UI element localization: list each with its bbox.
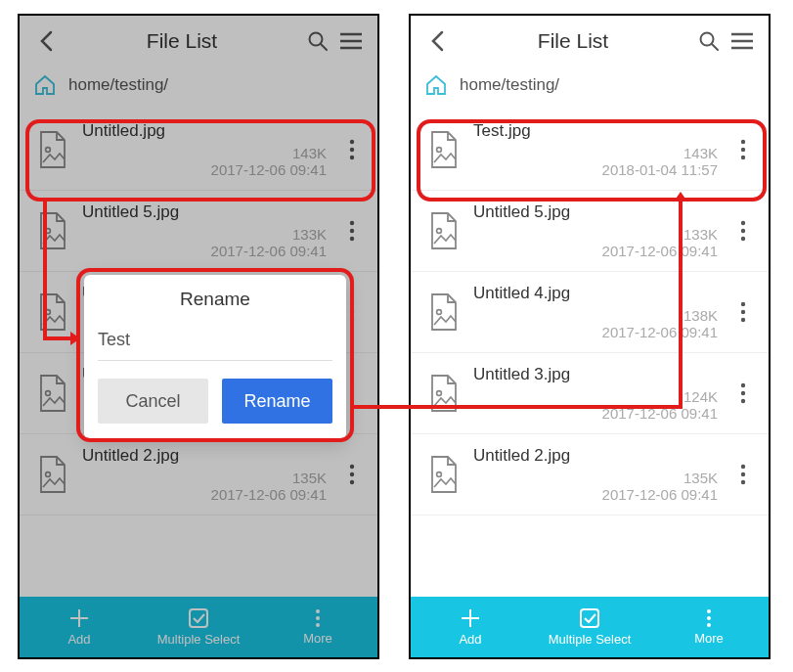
rename-input[interactable]: [98, 326, 332, 361]
file-meta: Untitled 5.jpg133K2017-12-06 09:41: [473, 202, 718, 259]
svg-point-52: [437, 472, 442, 477]
image-file-icon: [37, 130, 68, 169]
image-file-icon: [428, 455, 460, 494]
breadcrumb-path: home/testing/: [68, 75, 168, 95]
svg-point-14: [350, 302, 354, 306]
svg-point-45: [741, 302, 745, 306]
phone-left: File List home/testing/ Untitled.jpg143K…: [18, 14, 379, 659]
svg-point-38: [741, 148, 745, 152]
file-subinfo: 135K2017-12-06 09:41: [602, 470, 718, 503]
search-icon[interactable]: [696, 28, 722, 54]
file-meta: Untitled 2.jpg135K2017-12-06 09:41: [82, 446, 327, 503]
row-more-icon[interactable]: [340, 139, 364, 160]
row-more-icon[interactable]: [340, 464, 364, 485]
image-file-icon: [428, 292, 460, 332]
file-row[interactable]: Test.jpg143K2018-01-04 11:57: [411, 110, 769, 191]
svg-rect-27: [190, 609, 207, 627]
breadcrumb[interactable]: home/testing/: [411, 67, 769, 110]
image-file-icon: [428, 374, 460, 413]
file-meta: Untitled.jpg143K2017-12-06 09:41: [82, 121, 327, 178]
file-name: Untitled 5.jpg: [473, 202, 718, 222]
svg-point-51: [741, 399, 745, 403]
rename-button[interactable]: Rename: [222, 379, 332, 424]
svg-point-24: [350, 480, 354, 484]
svg-point-16: [350, 318, 354, 322]
file-subinfo: 124K2017-12-06 09:41: [602, 388, 718, 422]
svg-point-42: [741, 229, 745, 233]
svg-point-60: [707, 616, 711, 620]
bottom-bar: Add Multiple Select More: [20, 597, 377, 657]
row-more-icon[interactable]: [731, 220, 755, 242]
file-name: Untitled.jpg: [82, 121, 327, 141]
bottom-multiselect[interactable]: Multiple Select: [139, 597, 258, 657]
svg-point-20: [350, 399, 354, 403]
svg-point-54: [741, 472, 745, 476]
svg-point-19: [350, 391, 354, 395]
file-meta: Untitled 3.jpg124K2017-12-06 09:41: [473, 365, 718, 422]
bottom-add[interactable]: Add: [20, 597, 139, 657]
bottom-add-label: Add: [459, 632, 481, 647]
bottom-more[interactable]: More: [258, 597, 377, 657]
home-icon: [33, 74, 57, 96]
svg-point-15: [350, 310, 354, 314]
file-row[interactable]: Untitled 2.jpg135K2017-12-06 09:41: [20, 434, 377, 515]
back-icon[interactable]: [33, 28, 59, 54]
file-meta: Untitled 2.jpg135K2017-12-06 09:41: [473, 446, 718, 503]
bottom-add[interactable]: Add: [411, 597, 530, 657]
cancel-button[interactable]: Cancel: [98, 379, 208, 424]
file-name: Untitled 3.jpg: [473, 365, 718, 384]
rename-dialog: Rename Cancel Rename: [84, 275, 346, 439]
svg-point-30: [316, 623, 320, 627]
file-row[interactable]: Untitled 2.jpg135K2017-12-06 09:41: [411, 434, 769, 515]
image-file-icon: [37, 292, 68, 332]
svg-point-13: [46, 310, 51, 315]
menu-icon[interactable]: [729, 28, 755, 54]
dialog-buttons: Cancel Rename: [98, 379, 332, 424]
home-icon: [424, 74, 448, 96]
file-subinfo: 133K2017-12-06 09:41: [211, 226, 327, 259]
bottom-multi-label: Multiple Select: [549, 632, 632, 647]
page-title: File List: [66, 29, 297, 53]
bottom-more-label: More: [694, 631, 724, 646]
svg-line-1: [321, 44, 327, 50]
svg-point-36: [437, 148, 442, 153]
file-row[interactable]: Untitled 4.jpg138K2017-12-06 09:41: [411, 272, 769, 353]
row-more-icon[interactable]: [731, 139, 755, 160]
row-more-icon[interactable]: [731, 382, 755, 404]
svg-point-53: [741, 465, 745, 469]
file-subinfo: 143K2018-01-04 11:57: [602, 145, 718, 178]
svg-point-6: [350, 140, 354, 144]
svg-point-44: [437, 310, 442, 315]
bottom-multiselect[interactable]: Multiple Select: [530, 597, 649, 657]
row-more-icon[interactable]: [731, 464, 755, 485]
svg-point-8: [350, 156, 354, 159]
nav-bar: File List: [20, 16, 377, 67]
file-row[interactable]: Untitled.jpg143K2017-12-06 09:41: [20, 110, 377, 191]
row-more-icon[interactable]: [731, 301, 755, 323]
breadcrumb[interactable]: home/testing/: [20, 67, 377, 110]
file-row[interactable]: Untitled 5.jpg133K2017-12-06 09:41: [411, 191, 769, 272]
file-name: Untitled 4.jpg: [473, 284, 718, 303]
file-row[interactable]: Untitled 5.jpg133K2017-12-06 09:41: [20, 191, 377, 272]
back-icon[interactable]: [424, 28, 450, 54]
svg-point-23: [350, 472, 354, 476]
menu-icon[interactable]: [338, 28, 364, 54]
page-title: File List: [458, 29, 688, 53]
file-subinfo: 143K2017-12-06 09:41: [211, 145, 327, 178]
svg-point-48: [437, 391, 442, 396]
svg-point-41: [741, 221, 745, 225]
search-icon[interactable]: [305, 28, 330, 54]
svg-line-32: [712, 44, 718, 50]
bottom-more[interactable]: More: [649, 597, 769, 657]
svg-point-49: [741, 383, 745, 387]
file-row[interactable]: Untitled 3.jpg124K2017-12-06 09:41: [411, 353, 769, 434]
phone-right: File List home/testing/ Test.jpg143K2018…: [409, 14, 771, 659]
bottom-more-label: More: [303, 631, 332, 646]
file-meta: Test.jpg143K2018-01-04 11:57: [473, 121, 718, 178]
bottom-bar: Add Multiple Select More: [411, 597, 769, 657]
svg-point-5: [46, 148, 51, 153]
file-name: Untitled 2.jpg: [473, 446, 718, 466]
svg-point-29: [316, 616, 320, 620]
svg-point-7: [350, 148, 354, 152]
row-more-icon[interactable]: [340, 220, 364, 242]
